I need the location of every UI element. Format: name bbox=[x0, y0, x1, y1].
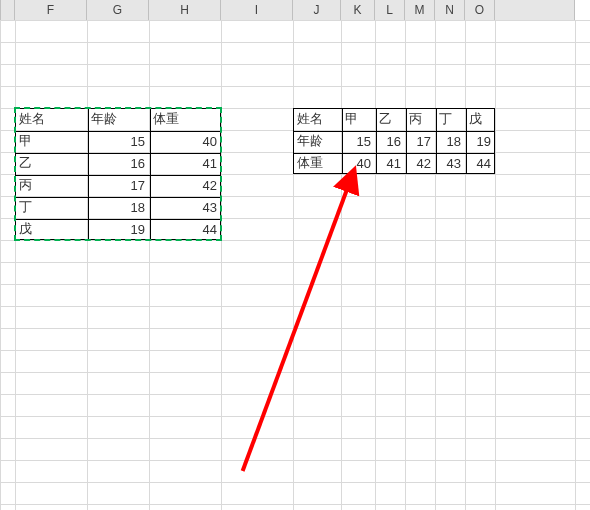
table-a-name-cell[interactable]: 甲 bbox=[15, 130, 87, 152]
table-a-name-cell[interactable]: 丁 bbox=[15, 196, 87, 218]
gridline-vertical bbox=[405, 20, 406, 510]
table-a-age-cell[interactable]: 17 bbox=[87, 174, 149, 196]
table-b-name-cell[interactable]: 戊 bbox=[465, 108, 495, 130]
table-a-weight-cell[interactable]: 44 bbox=[149, 218, 221, 240]
column-header-F[interactable]: F bbox=[15, 0, 87, 20]
table-a-weight-cell[interactable]: 42 bbox=[149, 174, 221, 196]
column-header-G[interactable]: G bbox=[87, 0, 149, 20]
column-header-N[interactable]: N bbox=[435, 0, 465, 20]
table-a-header[interactable]: 体重 bbox=[149, 108, 221, 130]
gridline-horizontal bbox=[0, 284, 590, 285]
spreadsheet-viewport: FGHIJKLMNO 姓名年龄体重甲1540乙1641丙1742丁1843戊19… bbox=[0, 0, 590, 510]
gridline-horizontal bbox=[0, 240, 590, 241]
table-b-age-cell[interactable]: 18 bbox=[435, 130, 465, 152]
table-a-weight-cell[interactable]: 40 bbox=[149, 130, 221, 152]
column-header-K[interactable]: K bbox=[341, 0, 375, 20]
table-a-age-cell[interactable]: 16 bbox=[87, 152, 149, 174]
gridline-horizontal bbox=[0, 350, 590, 351]
gridline-horizontal bbox=[0, 42, 590, 43]
table-b-age-cell[interactable]: 19 bbox=[465, 130, 495, 152]
table-b-weight-cell[interactable]: 44 bbox=[465, 152, 495, 174]
table-a-age-cell[interactable]: 19 bbox=[87, 218, 149, 240]
gridline-vertical bbox=[0, 20, 1, 510]
gridline-horizontal bbox=[0, 328, 590, 329]
table-b-rowlabel[interactable]: 体重 bbox=[293, 152, 341, 174]
column-header-partial-right[interactable] bbox=[495, 0, 575, 20]
table-a-weight-cell[interactable]: 43 bbox=[149, 196, 221, 218]
gridline-vertical bbox=[375, 20, 376, 510]
gridline-vertical bbox=[293, 20, 294, 510]
gridline-vertical bbox=[87, 20, 88, 510]
gridline-horizontal bbox=[0, 64, 590, 65]
table-b-name-cell[interactable]: 丙 bbox=[405, 108, 435, 130]
arrow-line-icon bbox=[243, 187, 348, 471]
column-header-I[interactable]: I bbox=[221, 0, 293, 20]
annotation-arrow bbox=[0, 20, 590, 510]
gridline-horizontal bbox=[0, 306, 590, 307]
gridline-horizontal bbox=[0, 482, 590, 483]
gridline-horizontal bbox=[0, 20, 590, 21]
table-a-age-cell[interactable]: 15 bbox=[87, 130, 149, 152]
gridline-vertical bbox=[435, 20, 436, 510]
table-a-weight-cell[interactable]: 41 bbox=[149, 152, 221, 174]
table-b-name-cell[interactable]: 甲 bbox=[341, 108, 375, 130]
table-b-age-cell[interactable]: 16 bbox=[375, 130, 405, 152]
column-header-partial-left[interactable] bbox=[0, 0, 15, 20]
gridline-vertical bbox=[495, 20, 496, 510]
column-header-L[interactable]: L bbox=[375, 0, 405, 20]
gridline-vertical bbox=[15, 20, 16, 510]
gridline-horizontal bbox=[0, 438, 590, 439]
table-b-rowlabel[interactable]: 年龄 bbox=[293, 130, 341, 152]
gridline-vertical bbox=[575, 20, 576, 510]
table-b-age-cell[interactable]: 17 bbox=[405, 130, 435, 152]
gridline-horizontal bbox=[0, 504, 590, 505]
column-headers: FGHIJKLMNO bbox=[0, 0, 575, 21]
table-b-weight-cell[interactable]: 43 bbox=[435, 152, 465, 174]
table-a-age-cell[interactable]: 18 bbox=[87, 196, 149, 218]
column-header-M[interactable]: M bbox=[405, 0, 435, 20]
gridline-vertical bbox=[341, 20, 342, 510]
gridline-horizontal bbox=[0, 460, 590, 461]
column-header-J[interactable]: J bbox=[293, 0, 341, 20]
table-b-weight-cell[interactable]: 42 bbox=[405, 152, 435, 174]
gridline-horizontal bbox=[0, 372, 590, 373]
gridline-horizontal bbox=[0, 394, 590, 395]
column-header-O[interactable]: O bbox=[465, 0, 495, 20]
table-a-name-cell[interactable]: 乙 bbox=[15, 152, 87, 174]
gridline-vertical bbox=[221, 20, 222, 510]
column-header-H[interactable]: H bbox=[149, 0, 221, 20]
table-b-age-cell[interactable]: 15 bbox=[341, 130, 375, 152]
gridline-horizontal bbox=[0, 86, 590, 87]
gridline-horizontal bbox=[0, 262, 590, 263]
table-a-header[interactable]: 年龄 bbox=[87, 108, 149, 130]
cells-grid[interactable]: 姓名年龄体重甲1540乙1641丙1742丁1843戊1944姓名年龄体重甲15… bbox=[0, 20, 590, 510]
table-a-name-cell[interactable]: 戊 bbox=[15, 218, 87, 240]
table-b-weight-cell[interactable]: 41 bbox=[375, 152, 405, 174]
gridline-vertical bbox=[465, 20, 466, 510]
table-b-name-cell[interactable]: 乙 bbox=[375, 108, 405, 130]
table-a-name-cell[interactable]: 丙 bbox=[15, 174, 87, 196]
table-b-rowlabel[interactable]: 姓名 bbox=[293, 108, 341, 130]
gridline-horizontal bbox=[0, 416, 590, 417]
gridline-vertical bbox=[149, 20, 150, 510]
table-a-header[interactable]: 姓名 bbox=[15, 108, 87, 130]
table-b-weight-cell[interactable]: 40 bbox=[341, 152, 375, 174]
table-b-name-cell[interactable]: 丁 bbox=[435, 108, 465, 130]
